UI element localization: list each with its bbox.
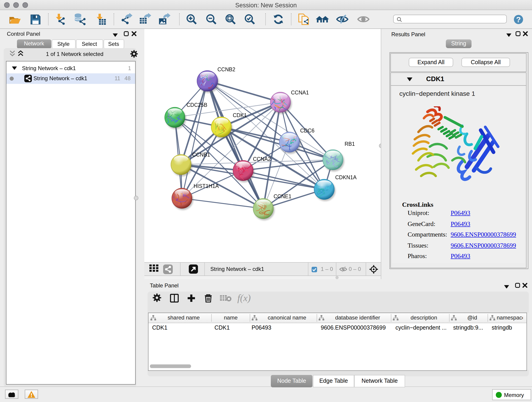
svg-text:CCNB1: CCNB1 xyxy=(192,152,210,158)
svg-text:CCNE1: CCNE1 xyxy=(273,193,291,199)
svg-text:CDC6: CDC6 xyxy=(300,128,315,134)
svg-text:CDC25B: CDC25B xyxy=(186,102,207,108)
svg-text:HIST1H1A: HIST1H1A xyxy=(194,183,219,189)
svg-text:CDKN1A: CDKN1A xyxy=(335,174,357,180)
svg-text:CCNA1: CCNA1 xyxy=(291,89,309,96)
svg-text:CDK1: CDK1 xyxy=(233,112,247,118)
svg-text:CCNA2: CCNA2 xyxy=(253,156,271,162)
svg-text:CCNB2: CCNB2 xyxy=(217,66,235,72)
svg-text:?: ? xyxy=(516,15,521,24)
svg-text:RB1: RB1 xyxy=(345,141,355,147)
